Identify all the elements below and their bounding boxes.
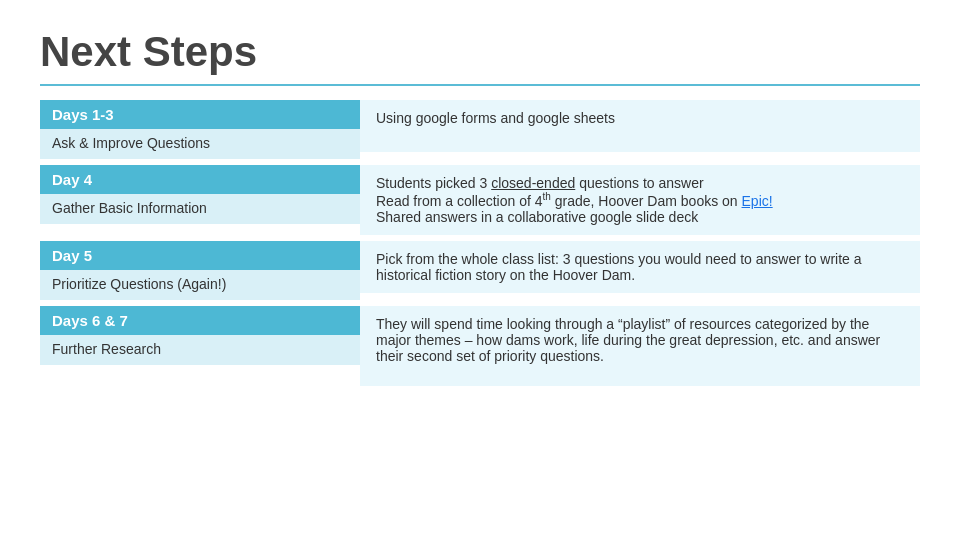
day-5-subheader: Prioritize Questions (Again!) [40,270,360,300]
day-4-header: Day 4 [40,165,360,194]
days-6-7-header: Days 6 & 7 [40,306,360,335]
right-col-day-5: Pick from the whole class list: 3 questi… [360,241,920,300]
next-steps-table: Days 1-3 Ask & Improve Questions Using g… [40,100,920,386]
right-col-days-1-3: Using google forms and google sheets [360,100,920,159]
right-col-days-6-7: They will spend time looking through a “… [360,306,920,386]
section-day-4: Day 4 Gather Basic Information Students … [40,165,920,235]
page-title: Next Steps [40,28,920,76]
section-days-6-7: Days 6 & 7 Further Research They will sp… [40,306,920,386]
title-divider [40,84,920,86]
day-4-subheader: Gather Basic Information [40,194,360,224]
section-days-1-3: Days 1-3 Ask & Improve Questions Using g… [40,100,920,159]
section-day-5: Day 5 Prioritize Questions (Again!) Pick… [40,241,920,300]
days-6-7-content: They will spend time looking through a “… [360,306,920,386]
days-1-3-subheader: Ask & Improve Questions [40,129,360,159]
epic-link[interactable]: Epic! [742,193,773,209]
day-5-header: Day 5 [40,241,360,270]
left-col-day-4: Day 4 Gather Basic Information [40,165,360,235]
left-col-days-1-3: Days 1-3 Ask & Improve Questions [40,100,360,159]
right-col-day-4: Students picked 3 closed-ended questions… [360,165,920,235]
days-1-3-header: Days 1-3 [40,100,360,129]
left-col-days-6-7: Days 6 & 7 Further Research [40,306,360,386]
left-col-day-5: Day 5 Prioritize Questions (Again!) [40,241,360,300]
closed-ended-text: closed-ended [491,175,575,191]
day-5-content: Pick from the whole class list: 3 questi… [360,241,920,293]
day-4-content: Students picked 3 closed-ended questions… [360,165,920,235]
days-6-7-subheader: Further Research [40,335,360,365]
days-1-3-content: Using google forms and google sheets [360,100,920,152]
